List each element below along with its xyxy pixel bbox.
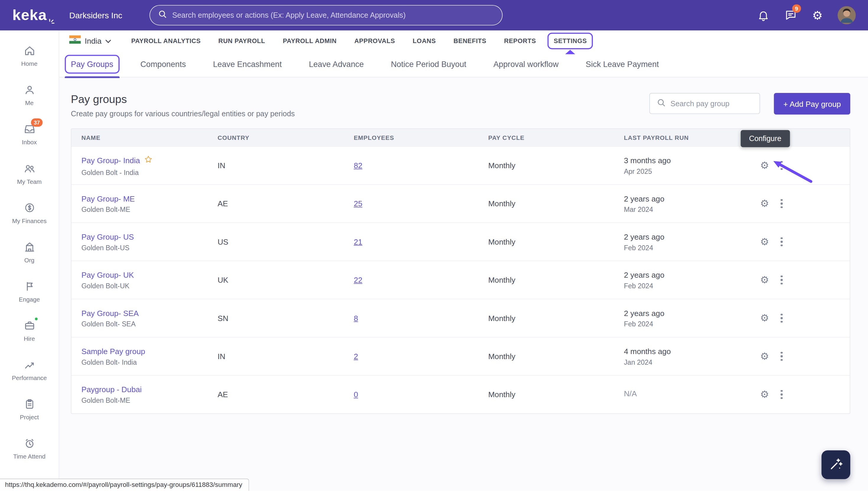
table-header: NAME COUNTRY EMPLOYEES PAY CYCLE LAST PA…	[72, 129, 850, 146]
last-run-date: Feb 2024	[624, 282, 758, 289]
sidebar-item-org[interactable]: Org	[0, 233, 59, 272]
nav-payroll-analytics[interactable]: PAYROLL ANALYTICS	[131, 37, 200, 44]
configure-gear-icon[interactable]: ⚙	[760, 237, 769, 247]
nav-loans[interactable]: LOANS	[413, 37, 436, 44]
settings-gear-icon[interactable]: ⚙	[812, 9, 822, 21]
pay-group-link[interactable]: Pay Group- ME	[82, 194, 135, 203]
favorite-star-icon[interactable]	[144, 154, 152, 166]
tab-notice-period-buyout[interactable]: Notice Period Buyout	[391, 60, 466, 68]
legal-entity-label: Golden Bolt- SEA	[82, 320, 218, 328]
sidebar-item-project[interactable]: Project	[0, 389, 59, 429]
employees-count-link[interactable]: 25	[354, 199, 362, 208]
last-run-date: Mar 2024	[624, 206, 758, 213]
table-row: Sample Pay group Golden Bolt- India IN 2…	[72, 337, 850, 375]
nav-approvals[interactable]: APPROVALS	[354, 37, 395, 44]
configure-gear-icon[interactable]: ⚙	[760, 351, 769, 362]
topbar: keka Darksiders Inc 9 ⚙	[0, 0, 868, 30]
configure-tooltip: Configure	[741, 130, 790, 147]
country-cell: AE	[218, 199, 354, 208]
last-run-date: Feb 2024	[624, 244, 758, 252]
global-search-input[interactable]	[172, 11, 494, 20]
last-run-date: Apr 2025	[624, 167, 758, 175]
org-building-icon	[23, 241, 35, 253]
country-selector[interactable]: India	[69, 35, 111, 46]
pay-group-search-input[interactable]	[671, 99, 753, 108]
sidebar-item-hire[interactable]: Hire	[0, 311, 59, 350]
employees-count-link[interactable]: 22	[354, 276, 362, 285]
sidebar-item-my-team[interactable]: My Team	[0, 154, 59, 193]
legal-entity-label: Golden Bolt-US	[82, 244, 218, 252]
tab-leave-advance[interactable]: Leave Advance	[309, 60, 364, 68]
clock-icon	[23, 437, 35, 449]
payroll-nav: India PAYROLL ANALYTICS RUN PAYROLL PAYR…	[59, 30, 868, 51]
configure-gear-icon[interactable]: ⚙	[760, 199, 769, 209]
last-run-date: Feb 2024	[624, 320, 758, 328]
company-name: Darksiders Inc	[69, 11, 122, 20]
sidebar-item-home[interactable]: Home	[0, 36, 59, 75]
row-menu-kebab-icon[interactable]	[779, 275, 784, 286]
employees-count-link[interactable]: 82	[354, 161, 362, 170]
row-menu-kebab-icon[interactable]	[779, 313, 784, 324]
sidebar-item-my-finances[interactable]: My Finances	[0, 193, 59, 232]
sidebar-item-performance[interactable]: Performance	[0, 350, 59, 389]
search-icon	[158, 9, 167, 21]
last-run-ago: 2 years ago	[624, 232, 758, 241]
global-search[interactable]	[149, 5, 503, 25]
last-run-ago: 2 years ago	[624, 194, 758, 203]
sidebar-item-engage[interactable]: Engage	[0, 272, 59, 311]
helpdesk-chat-icon[interactable]: 9	[784, 9, 797, 22]
ai-assistant-wand-button[interactable]	[822, 450, 850, 479]
employees-count-link[interactable]: 21	[354, 237, 362, 246]
project-clipboard-icon	[23, 398, 35, 410]
pay-group-link[interactable]: Pay Group- UK	[82, 270, 134, 279]
sidebar-item-me[interactable]: Me	[0, 75, 59, 115]
configure-gear-icon[interactable]: ⚙	[760, 313, 769, 323]
sidebar-item-time-attend[interactable]: Time Attend	[0, 429, 59, 468]
row-menu-kebab-icon[interactable]	[779, 351, 784, 362]
col-country: COUNTRY	[218, 134, 354, 141]
tab-components[interactable]: Components	[140, 60, 186, 68]
table-row: Pay Group- US Golden Bolt-US US 21 Month…	[72, 223, 850, 261]
nav-benefits[interactable]: BENEFITS	[453, 37, 486, 44]
nav-reports[interactable]: REPORTS	[504, 37, 536, 44]
tab-pay-groups[interactable]: Pay Groups	[71, 60, 113, 68]
pay-group-link[interactable]: Pay Group- US	[82, 232, 134, 241]
nav-payroll-admin[interactable]: PAYROLL ADMIN	[283, 37, 337, 44]
pay-groups-content: Pay groups Create pay groups for various…	[59, 78, 868, 414]
row-menu-kebab-icon[interactable]	[779, 236, 784, 247]
pay-group-link[interactable]: Paygroup - Dubai	[82, 385, 142, 394]
last-run-ago: 2 years ago	[624, 308, 758, 317]
tab-sick-leave-payment[interactable]: Sick Leave Payment	[586, 60, 659, 68]
pay-group-link[interactable]: Pay Group- SEA	[82, 308, 139, 317]
tab-approval-workflow[interactable]: Approval workflow	[493, 60, 559, 68]
finances-icon	[23, 202, 35, 214]
employees-count-link[interactable]: 8	[354, 314, 358, 322]
pay-group-link[interactable]: Pay Group- India	[82, 156, 140, 165]
notifications-bell-icon[interactable]	[757, 9, 769, 21]
pay-group-search[interactable]	[649, 93, 760, 114]
legal-entity-label: Golden Bolt-ME	[82, 396, 218, 404]
pay-group-link[interactable]: Sample Pay group	[82, 347, 145, 355]
pay-cycle-cell: Monthly	[488, 314, 624, 322]
country-cell: IN	[218, 161, 354, 170]
configure-gear-icon[interactable]: ⚙	[760, 275, 769, 285]
keka-logo[interactable]: keka	[0, 0, 59, 30]
row-menu-kebab-icon[interactable]	[779, 389, 784, 400]
sidebar: Home Me 37 Inbox My Team My Finances Org	[0, 30, 59, 491]
table-row: Paygroup - Dubai Golden Bolt-ME AE 0 Mon…	[72, 375, 850, 413]
sidebar-item-inbox[interactable]: 37 Inbox	[0, 115, 59, 154]
user-avatar[interactable]	[838, 6, 856, 25]
pay-cycle-cell: Monthly	[488, 352, 624, 361]
last-run-ago: N/A	[624, 388, 758, 398]
table-row: Pay Group- India Golden Bolt - India IN …	[72, 146, 850, 184]
country-cell: SN	[218, 314, 354, 322]
configure-gear-icon[interactable]: ⚙	[760, 389, 769, 400]
row-menu-kebab-icon[interactable]	[779, 198, 784, 209]
add-pay-group-button[interactable]: + Add Pay group	[774, 93, 850, 115]
performance-chart-icon	[23, 358, 35, 371]
tab-leave-encashment[interactable]: Leave Encashment	[213, 60, 282, 68]
nav-settings[interactable]: SETTINGS	[554, 37, 587, 44]
nav-run-payroll[interactable]: RUN PAYROLL	[219, 37, 265, 44]
employees-count-link[interactable]: 0	[354, 390, 358, 399]
employees-count-link[interactable]: 2	[354, 352, 358, 361]
